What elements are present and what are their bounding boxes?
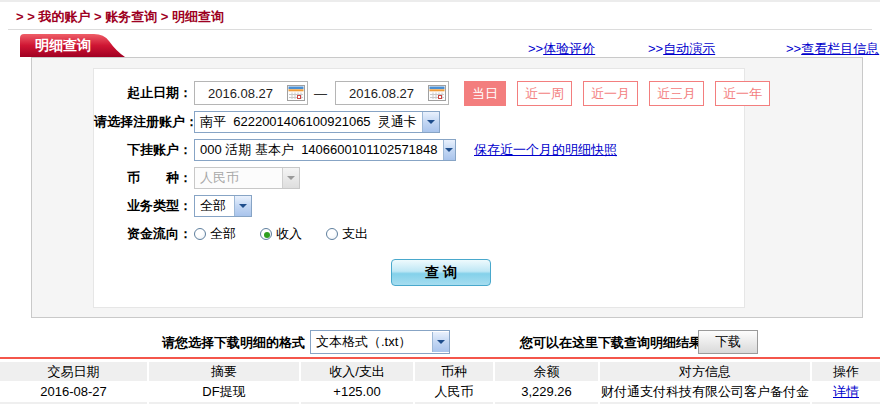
- chevron-down-icon[interactable]: [432, 332, 449, 352]
- date-to-input[interactable]: 2016.08.27: [335, 81, 449, 105]
- flow-option-label: 全部: [210, 225, 236, 243]
- cell-currency: 人民币: [415, 382, 493, 401]
- table-top-divider: [0, 357, 880, 359]
- detail-query-page: > > 我的账户 > 账务查询 > 明细查询 明细查询 >>体验评价 >>自动演…: [0, 0, 880, 404]
- table-header-row: 交易日期 摘要 收入/支出 币种 余额 对方信息 操作: [0, 362, 880, 381]
- cell-summary: DF提现: [149, 382, 299, 401]
- currency-value: 人民币: [195, 169, 244, 187]
- sub-account-value: 000 活期 基本户 1406600101102571848: [195, 141, 443, 159]
- cell-trade-date: 2016-08-27: [0, 382, 147, 401]
- register-account-row: 请选择注册账户： 南平 6222001406100921065 灵通卡: [94, 109, 440, 135]
- link-prefix: >>: [528, 41, 543, 56]
- experience-feedback-link[interactable]: >>体验评价: [528, 40, 595, 58]
- cell-action: 详情: [812, 382, 880, 401]
- chevron-down-icon[interactable]: [422, 112, 439, 132]
- sub-account-select[interactable]: 000 活期 基本户 1406600101102571848: [194, 139, 456, 161]
- range-button-week[interactable]: 近一周: [517, 81, 572, 106]
- chevron-down-icon[interactable]: [443, 140, 455, 160]
- top-edge-divider: [0, 0, 880, 2]
- range-button-quarter[interactable]: 近三月: [649, 81, 704, 106]
- fund-flow-row: 资金流向： 全部 收入 支出: [94, 221, 368, 247]
- cell-income-amount: +125.00: [301, 382, 413, 401]
- header-currency: 币种: [415, 362, 493, 381]
- date-from-value[interactable]: 2016.08.27: [195, 86, 286, 101]
- currency-row: 币 种： 人民币: [94, 165, 300, 191]
- query-button[interactable]: 查 询: [391, 259, 491, 286]
- flow-option-label: 支出: [342, 225, 368, 243]
- calendar-icon[interactable]: [427, 84, 447, 102]
- radio-checked-icon[interactable]: [260, 228, 272, 240]
- range-button-year[interactable]: 近一年: [715, 81, 770, 106]
- business-type-label: 业务类型：: [94, 197, 192, 215]
- register-account-select[interactable]: 南平 6222001406100921065 灵通卡: [194, 111, 440, 133]
- header-counterparty: 对方信息: [600, 362, 810, 381]
- link-prefix: >>: [648, 41, 663, 56]
- tab-label: 明细查询: [20, 34, 106, 57]
- header-balance: 余额: [495, 362, 598, 381]
- radio-unchecked-icon[interactable]: [326, 228, 338, 240]
- download-format-label: 请您选择下载明细的格式: [162, 331, 305, 355]
- business-type-select[interactable]: 全部: [194, 195, 252, 217]
- fund-flow-label: 资金流向：: [94, 225, 192, 243]
- breadcrumb-divider: [8, 29, 872, 30]
- tab-detail-query[interactable]: 明细查询: [20, 34, 125, 57]
- register-account-label: 请选择注册账户：: [94, 113, 192, 131]
- auto-demo-link[interactable]: >>自动演示: [648, 40, 715, 58]
- date-range-row: 起止日期： 2016.08.27 — 2016.08.27: [94, 80, 770, 106]
- chevron-down-icon: [282, 168, 299, 188]
- download-format-value: 文本格式（.txt）: [311, 333, 416, 351]
- header-action: 操作: [812, 362, 880, 381]
- sub-account-row: 下挂账户： 000 活期 基本户 1406600101102571848 保存近…: [94, 137, 617, 163]
- flow-option-income[interactable]: 收入: [260, 225, 302, 243]
- radio-unchecked-icon[interactable]: [194, 228, 206, 240]
- download-button[interactable]: 下载: [698, 330, 758, 354]
- link-prefix: >>: [786, 41, 801, 56]
- currency-select-disabled: 人民币: [194, 167, 300, 189]
- business-type-row: 业务类型： 全部: [94, 193, 252, 219]
- link-label[interactable]: 自动演示: [663, 41, 715, 56]
- link-label[interactable]: 体验评价: [543, 41, 595, 56]
- header-income-expense: 收入/支出: [301, 362, 413, 381]
- range-button-month[interactable]: 近一月: [583, 81, 638, 106]
- business-type-value: 全部: [195, 197, 231, 215]
- header-summary: 摘要: [149, 362, 299, 381]
- save-snapshot-link[interactable]: 保存近一个月的明细快照: [474, 141, 617, 159]
- date-range-separator: —: [314, 86, 327, 101]
- breadcrumb: > > 我的账户 > 账务查询 > 明细查询: [16, 8, 224, 26]
- cell-balance: 3,229.26: [495, 382, 598, 401]
- download-hint: 您可以在这里下载查询明细结果: [520, 331, 702, 355]
- flow-option-all[interactable]: 全部: [194, 225, 236, 243]
- date-range-label: 起止日期：: [94, 84, 192, 102]
- register-account-value: 南平 6222001406100921065 灵通卡: [195, 113, 422, 131]
- date-to-value[interactable]: 2016.08.27: [336, 86, 427, 101]
- flow-option-expense[interactable]: 支出: [326, 225, 368, 243]
- detail-link[interactable]: 详情: [833, 384, 859, 399]
- chevron-down-icon[interactable]: [234, 196, 251, 216]
- flow-option-label: 收入: [276, 225, 302, 243]
- table-row: 2016-08-27 DF提现 +125.00 人民币 3,229.26 财付通…: [0, 382, 880, 401]
- range-button-today[interactable]: 当日: [464, 81, 506, 106]
- currency-label: 币 种：: [94, 169, 192, 187]
- date-from-input[interactable]: 2016.08.27: [194, 81, 308, 105]
- sub-account-label: 下挂账户：: [94, 141, 192, 159]
- view-column-info-link[interactable]: >>查看栏目信息: [786, 40, 879, 58]
- download-format-select[interactable]: 文本格式（.txt）: [310, 330, 450, 354]
- link-label[interactable]: 查看栏目信息: [801, 41, 879, 56]
- cell-counterparty: 财付通支付科技有限公司客户备付金: [600, 382, 810, 401]
- header-trade-date: 交易日期: [0, 362, 147, 381]
- calendar-icon[interactable]: [286, 84, 306, 102]
